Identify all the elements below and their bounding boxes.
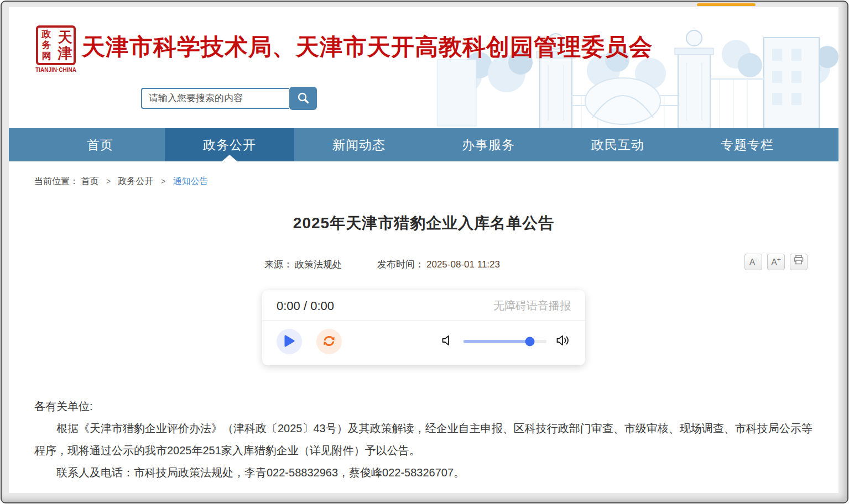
breadcrumb-home-link[interactable]: 首页 bbox=[81, 176, 98, 186]
source-label: 来源： bbox=[264, 259, 293, 270]
window-frame: 天津 政务网 TIANJIN·CHINA 天津市科学技术局、天津市天开高教科创园… bbox=[1, 1, 848, 503]
search-input[interactable] bbox=[141, 88, 289, 109]
article-meta-row: 来源：政策法规处 发布时间：2025-08-01 11:23 A- A+ bbox=[9, 258, 838, 275]
active-tab-arrow bbox=[222, 155, 237, 161]
tianjin-gov-seal: 天津 政务网 bbox=[36, 25, 76, 65]
search-button[interactable] bbox=[289, 87, 317, 110]
replay-button[interactable] bbox=[316, 329, 342, 354]
volume-mute-icon[interactable] bbox=[441, 334, 454, 349]
page: 天津 政务网 TIANJIN·CHINA 天津市科学技术局、天津市天开高教科创园… bbox=[9, 7, 838, 493]
breadcrumb-separator: > bbox=[106, 177, 111, 186]
nav-item-interaction[interactable]: 政民互动 bbox=[553, 128, 683, 161]
contact-paragraph: 联系人及电话：市科技局政策法规处，李青022-58832963，蔡俊峰022-5… bbox=[34, 461, 813, 484]
breadcrumb-notices-link[interactable]: 通知公告 bbox=[173, 176, 209, 186]
seal-caption: TIANJIN·CHINA bbox=[34, 67, 78, 73]
volume-slider-thumb[interactable] bbox=[525, 337, 535, 347]
breadcrumb: 当前位置： 首页 > 政务公开 > 通知公告 bbox=[9, 161, 838, 187]
volume-slider[interactable] bbox=[463, 340, 546, 343]
volume-slider-fill bbox=[463, 340, 530, 343]
player-time-display: 0:00 / 0:00 bbox=[277, 299, 334, 313]
font-letter: A bbox=[749, 258, 756, 267]
play-button[interactable] bbox=[277, 329, 302, 354]
player-controls bbox=[262, 321, 585, 365]
search-icon bbox=[296, 91, 310, 106]
player-caption: 无障碍语音播报 bbox=[493, 298, 571, 313]
blank-line bbox=[34, 484, 813, 493]
search-bar bbox=[141, 87, 317, 110]
site-logo: 天津 政务网 TIANJIN·CHINA bbox=[34, 25, 78, 73]
nav-item-gov-disclosure[interactable]: 政务公开 bbox=[165, 128, 294, 161]
nav-item-services[interactable]: 办事服务 bbox=[424, 128, 553, 161]
source-value: 政策法规处 bbox=[295, 259, 342, 270]
printer-icon bbox=[793, 254, 804, 267]
minus-sign: - bbox=[755, 256, 757, 264]
refresh-icon bbox=[322, 334, 336, 349]
article-source: 来源：政策法规处 bbox=[264, 258, 342, 271]
plus-sign: + bbox=[777, 256, 781, 264]
nav-item-news[interactable]: 新闻动态 bbox=[294, 128, 424, 161]
seal-left-column: 政务网 bbox=[38, 29, 55, 62]
salutation-line: 各有关单位: bbox=[34, 395, 813, 417]
nav-item-special-topics[interactable]: 专题专栏 bbox=[683, 128, 812, 161]
nav-item-home[interactable]: 首页 bbox=[35, 128, 165, 161]
seal-right-column: 天津 bbox=[56, 29, 74, 61]
publish-time-value: 2025-08-01 11:23 bbox=[426, 259, 500, 270]
announcement-paragraph: 根据《天津市猎豹企业评价办法》（津科政〔2025〕43号）及其政策解读，经企业自… bbox=[34, 417, 813, 461]
article-body: 各有关单位: 根据《天津市猎豹企业评价办法》（津科政〔2025〕43号）及其政策… bbox=[9, 395, 838, 493]
site-title: 天津市科学技术局、天津市天开高教科创园管理委员会 bbox=[82, 32, 653, 62]
breadcrumb-label: 当前位置： bbox=[34, 176, 79, 186]
campus-gate-watercolor-illustration bbox=[426, 7, 838, 128]
print-button[interactable] bbox=[790, 254, 808, 270]
article-meta: 来源：政策法规处 发布时间：2025-08-01 11:23 bbox=[9, 258, 838, 271]
play-icon bbox=[284, 335, 295, 349]
publish-time-label: 发布时间： bbox=[377, 259, 424, 270]
breadcrumb-separator: > bbox=[161, 177, 165, 186]
main-nav: 首页 政务公开 新闻动态 办事服务 政民互动 专题专栏 bbox=[9, 128, 838, 161]
browser-progress-bar bbox=[697, 3, 756, 6]
site-header: 天津 政务网 TIANJIN·CHINA 天津市科学技术局、天津市天开高教科创园… bbox=[9, 7, 838, 128]
nav-item-label: 政务公开 bbox=[203, 136, 256, 154]
article-publish-time: 发布时间：2025-08-01 11:23 bbox=[377, 258, 500, 271]
breadcrumb-gov-disclosure-link[interactable]: 政务公开 bbox=[118, 176, 154, 186]
volume-max-icon[interactable] bbox=[556, 334, 571, 349]
player-header: 0:00 / 0:00 无障碍语音播报 bbox=[262, 290, 585, 321]
font-decrease-button[interactable]: A- bbox=[744, 254, 762, 270]
article-tools: A- A+ bbox=[744, 254, 808, 270]
article-title: 2025年天津市猎豹企业入库名单公告 bbox=[9, 213, 838, 234]
accessibility-audio-player: 0:00 / 0:00 无障碍语音播报 bbox=[262, 290, 585, 365]
font-increase-button[interactable]: A+ bbox=[767, 254, 785, 270]
font-letter: A bbox=[771, 258, 777, 267]
